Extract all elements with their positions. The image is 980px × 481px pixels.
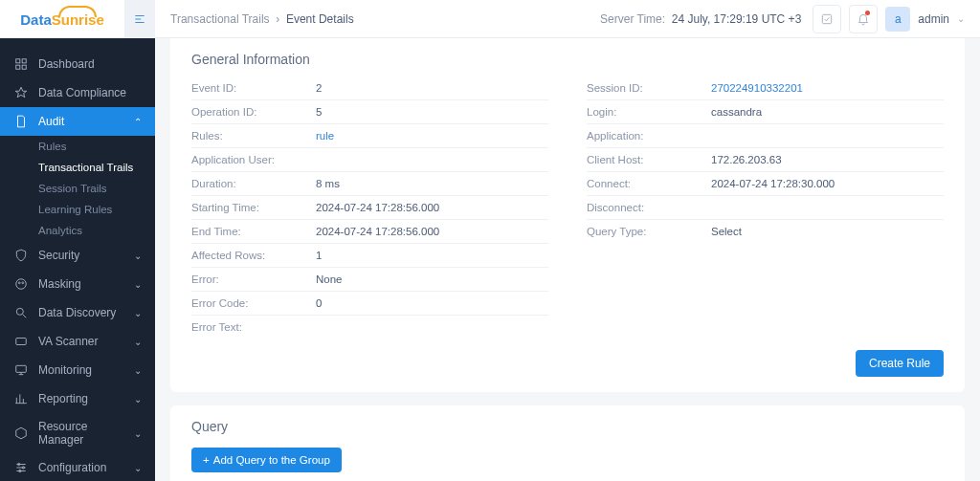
info-row: Application: — [587, 124, 944, 148]
info-row: Client Host:172.26.203.63 — [587, 148, 944, 172]
breadcrumb-current: Event Details — [286, 12, 354, 26]
info-label: End Time: — [191, 226, 316, 237]
sidebar-item-label: Monitoring — [38, 363, 92, 377]
sidebar-item-label: Masking — [38, 277, 81, 291]
info-value[interactable]: 270224910332201 — [711, 82, 803, 94]
main: Transactional Trails › Event Details Ser… — [155, 0, 980, 481]
info-label: Error Code: — [191, 297, 316, 309]
chevron-down-icon: ⌄ — [134, 279, 142, 290]
info-row: Error Text: — [191, 316, 548, 339]
plus-icon: + — [203, 454, 210, 466]
info-row: Connect:2024-07-24 17:28:30.000 — [587, 172, 944, 196]
collapse-icon — [133, 12, 146, 26]
info-row: Operation ID:5 — [191, 100, 548, 124]
shield-icon — [13, 248, 29, 263]
monitor-icon — [13, 362, 29, 378]
sliders-icon — [13, 460, 29, 475]
info-label: Application User: — [191, 154, 316, 165]
sidebar-item-monitoring[interactable]: Monitoring ⌄ — [0, 356, 155, 384]
breadcrumb-parent[interactable]: Transactional Trails — [170, 12, 270, 26]
checkbox-button[interactable] — [813, 5, 841, 33]
user-name: admin — [918, 12, 949, 26]
info-value[interactable]: rule — [316, 130, 334, 142]
info-label: Disconnect: — [587, 202, 711, 213]
chevron-down-icon: ⌄ — [134, 308, 142, 318]
svg-rect-2 — [16, 65, 20, 69]
info-value: 1 — [316, 250, 322, 261]
info-value: 8 ms — [316, 178, 340, 189]
info-value: 2 — [316, 82, 322, 94]
info-label: Error: — [191, 273, 316, 285]
info-right-column: Session ID:270224910332201Login:cassandr… — [587, 77, 944, 339]
subnav-session-trails[interactable]: Session Trails — [0, 178, 155, 199]
info-row: Rules:rule — [191, 124, 548, 148]
info-value: 5 — [316, 106, 322, 118]
info-label: Duration: — [191, 178, 316, 189]
logo[interactable]: DataSunrise — [0, 0, 124, 38]
svg-point-6 — [22, 282, 24, 284]
svg-rect-0 — [16, 59, 20, 63]
info-label: Query Type: — [587, 226, 711, 237]
info-value: None — [316, 273, 343, 285]
sidebar-item-security[interactable]: Security ⌄ — [0, 241, 155, 270]
subnav-learning-rules[interactable]: Learning Rules — [0, 199, 155, 220]
sidebar-item-data-compliance[interactable]: Data Compliance — [0, 78, 155, 107]
sidebar-item-audit[interactable]: Audit ⌃ — [0, 107, 155, 136]
svg-point-5 — [18, 282, 20, 284]
sidebar-item-label: Reporting — [38, 392, 88, 405]
svg-rect-3 — [22, 65, 26, 69]
server-time: Server Time: 24 July, 17:29:19 UTC +3 — [600, 12, 801, 26]
mask-icon — [13, 276, 29, 292]
info-value: 0 — [316, 297, 322, 309]
create-rule-button[interactable]: Create Rule — [856, 350, 944, 377]
scanner-icon — [13, 334, 29, 349]
general-info-card: General Information Event ID:2Operation … — [170, 38, 965, 392]
sidebar-collapse-button[interactable] — [124, 0, 155, 38]
sidebar-item-configuration[interactable]: Configuration ⌄ — [0, 453, 155, 481]
info-label: Login: — [587, 106, 711, 118]
sidebar-item-va-scanner[interactable]: VA Scanner ⌄ — [0, 327, 155, 356]
svg-rect-14 — [823, 14, 832, 23]
subnav-rules[interactable]: Rules — [0, 136, 155, 157]
info-left-column: Event ID:2Operation ID:5Rules:ruleApplic… — [191, 77, 548, 339]
svg-rect-8 — [16, 339, 27, 345]
topbar: Transactional Trails › Event Details Ser… — [155, 0, 980, 38]
svg-rect-1 — [22, 59, 26, 63]
avatar: a — [885, 7, 910, 32]
sidebar-item-data-discovery[interactable]: Data Discovery ⌄ — [0, 298, 155, 327]
general-info-title: General Information — [191, 52, 944, 67]
sidebar-item-reporting[interactable]: Reporting ⌄ — [0, 384, 155, 413]
chevron-down-icon: ⌄ — [134, 463, 142, 473]
sidebar-item-dashboard[interactable]: Dashboard — [0, 50, 155, 78]
bell-icon — [857, 12, 870, 26]
sidebar-item-label: Security — [38, 249, 79, 262]
info-label: Session ID: — [587, 82, 711, 94]
chevron-down-icon: ⌄ — [134, 337, 142, 347]
add-query-button[interactable]: + Add Query to the Group — [191, 448, 342, 472]
subnav-transactional-trails[interactable]: Transactional Trails — [0, 157, 155, 178]
notifications-button[interactable] — [849, 5, 878, 33]
sidebar-item-label: Configuration — [38, 461, 106, 474]
subnav-analytics[interactable]: Analytics — [0, 220, 155, 241]
star-icon — [13, 85, 29, 100]
query-title: Query — [191, 419, 944, 434]
sidebar-item-masking[interactable]: Masking ⌄ — [0, 270, 155, 298]
info-label: Event ID: — [191, 82, 316, 94]
info-label: Affected Rows: — [191, 250, 316, 261]
info-row: Disconnect: — [587, 196, 944, 220]
sidebar-item-label: Data Compliance — [38, 86, 126, 99]
info-value: cassandra — [711, 106, 762, 118]
audit-subnav: Rules Transactional Trails Session Trail… — [0, 136, 155, 241]
chevron-down-icon: ⌄ — [134, 251, 142, 261]
info-label: Application: — [587, 130, 711, 142]
search-icon — [13, 305, 29, 320]
user-menu[interactable]: a admin ⌄ — [885, 7, 965, 32]
chevron-down-icon: ⌄ — [957, 13, 965, 24]
chevron-up-icon: ⌃ — [134, 117, 142, 127]
nav: Dashboard Data Compliance Audit ⌃ Rules … — [0, 38, 155, 481]
sidebar-item-resource-manager[interactable]: Resource Manager ⌄ — [0, 413, 155, 453]
resource-icon — [13, 426, 29, 441]
info-row: End Time:2024-07-24 17:28:56.000 — [191, 220, 548, 244]
svg-rect-9 — [16, 365, 27, 372]
info-row: Affected Rows:1 — [191, 244, 548, 268]
